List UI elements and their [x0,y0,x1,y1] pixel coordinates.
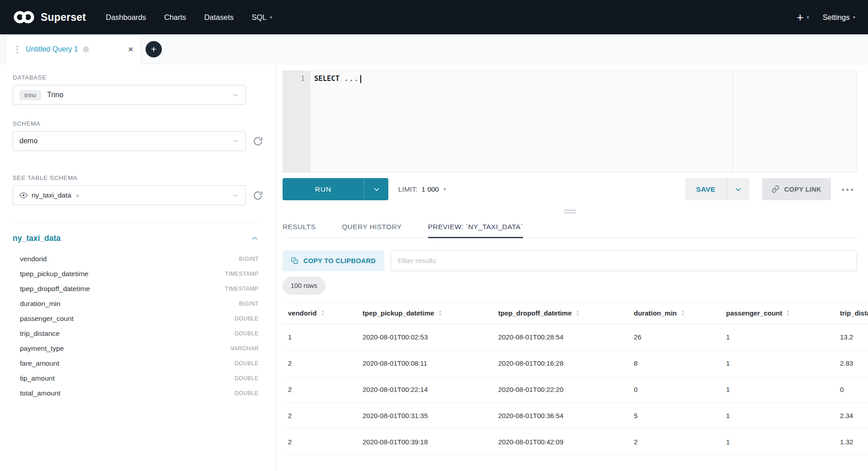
run-options-button[interactable] [364,178,388,200]
table-cell: 1 [721,377,835,403]
schema-column-row[interactable]: total_amountDOUBLE [13,386,259,400]
nav-item-charts[interactable]: Charts [164,13,186,22]
schema-refresh-button[interactable] [253,136,263,146]
result-tab-results[interactable]: RESULTS [283,223,316,238]
more-options-button[interactable]: ⋯ [838,183,857,196]
new-item-button[interactable]: + ▾ [797,11,809,23]
database-label: DATABASE [13,74,276,81]
limit-dropdown[interactable]: LIMIT: 1 000 ▾ [398,185,446,193]
column-name: vendorid [20,255,47,263]
column-type: DOUBLE [235,316,259,322]
schema-select-value: demo [19,137,38,145]
table-select[interactable]: ny_taxi_data × [13,185,246,205]
nav-item-label: Dashboards [106,13,146,22]
schema-column-row[interactable]: tpep_dropoff_datetimeTIMESTAMP [13,281,259,296]
table-cell: 8 [628,350,721,377]
database-select-value: Trino [47,91,63,99]
column-header-tpep_dropoff_datetime[interactable]: tpep_dropoff_datetime▲▼ [493,302,628,324]
column-name: tpep_pickup_datetime [20,270,89,278]
results-table-container[interactable]: vendorid▲▼tpep_pickup_datetime▲▼tpep_dro… [283,302,868,455]
pane-splitter[interactable] [283,200,857,223]
settings-menu[interactable]: Settings ▾ [823,13,855,22]
schema-select[interactable]: demo [13,131,246,151]
column-type: BIGINT [239,256,259,262]
column-header-inner: passenger_count▲▼ [726,309,829,317]
query-state-indicator [83,46,89,52]
schema-column-row[interactable]: tpep_pickup_datetimeTIMESTAMP [13,266,259,281]
table-cell: 2020-08-01T00:28:54 [493,324,628,350]
save-options-button[interactable] [726,178,750,200]
column-header-inner: tpep_pickup_datetime▲▼ [363,309,487,317]
column-type: DOUBLE [235,375,259,382]
editor-gutter: 1 [283,71,311,172]
sort-icon[interactable]: ▲▼ [438,310,442,316]
sql-editor[interactable]: 1 SELECT... [283,71,857,173]
schema-column-row[interactable]: vendoridBIGINT [13,251,259,266]
eye-icon[interactable] [19,191,28,199]
column-header-tpep_pickup_datetime[interactable]: tpep_pickup_datetime▲▼ [357,302,493,324]
table-refresh-button[interactable] [253,190,263,201]
editor-code-area[interactable]: SELECT... [311,71,857,172]
column-type: VARCHAR [231,345,259,352]
table-cell: 1 [721,403,835,429]
sort-down-icon: ▼ [321,313,324,317]
table-cell: 1 [721,350,835,377]
close-tab-icon[interactable]: × [128,45,133,54]
chevron-up-icon[interactable] [251,235,259,242]
sort-icon[interactable]: ▲▼ [786,310,790,316]
add-tab-button[interactable]: + [146,41,162,57]
sort-down-icon: ▼ [438,313,442,317]
table-row: 12020-08-01T00:02:532020-08-01T00:28:542… [283,324,868,350]
schema-column-row[interactable]: duration_minBIGINT [13,296,259,311]
copy-to-clipboard-button[interactable]: COPY TO CLIPBOARD [283,250,384,271]
schema-column-row[interactable]: trip_distanceDOUBLE [13,326,259,341]
filter-results-input[interactable] [391,250,857,271]
navbar-right: + ▾ Settings ▾ [797,11,855,23]
table-cell: 5 [628,403,721,429]
line-number: 1 [301,75,305,83]
table-schema-panel-header[interactable]: ny_taxi_data [13,234,259,243]
nav-item-dashboards[interactable]: Dashboards [106,13,146,22]
copy-link-button[interactable]: COPY LINK [762,178,831,200]
column-type: DOUBLE [235,330,259,337]
schema-column-row[interactable]: passenger_countDOUBLE [13,311,259,326]
column-header-duration_min[interactable]: duration_min▲▼ [628,302,721,324]
nav-item-label: Charts [164,13,186,22]
chevron-down-icon [232,192,239,199]
nav-item-sql[interactable]: SQL▾ [252,13,273,22]
schema-column-row[interactable]: payment_typeVARCHAR [13,341,259,356]
table-name-title: ny_taxi_data [13,234,61,243]
column-name: total_amount [20,389,61,397]
result-tab-query-history[interactable]: QUERY HISTORY [342,223,401,238]
table-cell: 1 [721,324,835,350]
sort-icon[interactable]: ▲▼ [321,310,324,316]
brand[interactable]: Superset [13,10,86,24]
table-cell: 2 [283,350,357,377]
query-tab-label: Untitled Query 1 [26,45,78,53]
save-split-button: SAVE [685,178,750,200]
column-header-vendorid[interactable]: vendorid▲▼ [283,302,357,324]
column-header-passenger_count[interactable]: passenger_count▲▼ [721,302,835,324]
drag-handle-icon[interactable]: ⋮ [13,45,21,53]
table-cell: 1.32 [835,429,868,455]
save-button[interactable]: SAVE [685,178,726,200]
sort-icon[interactable]: ▲▼ [576,310,580,316]
schema-column-row[interactable]: tip_amountDOUBLE [13,371,259,386]
result-tab-preview-ny-taxi-data[interactable]: PREVIEW: `NY_TAXI_DATA` [428,223,523,238]
remove-table-icon[interactable]: × [75,192,80,199]
column-header-label: trip_distance [840,309,868,317]
database-select[interactable]: trino Trino [13,85,246,105]
column-name: trip_distance [20,330,60,338]
chevron-down-icon [232,137,239,145]
table-cell: 2020-08-01T00:39:18 [357,429,493,455]
nav-item-datasets[interactable]: Datasets [204,13,234,22]
query-tab-untitled-query-1[interactable]: ⋮ Untitled Query 1 × [5,34,141,64]
run-button[interactable]: RUN [283,178,364,200]
result-tabs: RESULTSQUERY HISTORYPREVIEW: `NY_TAXI_DA… [283,223,857,238]
schema-column-row[interactable]: fare_amountDOUBLE [13,356,259,371]
column-header-trip_distance[interactable]: trip_distance▲▼ [835,302,868,324]
nav-item-label: Datasets [204,13,234,22]
sql-text: ... [344,75,359,83]
schema-column-list: vendoridBIGINTtpep_pickup_datetimeTIMEST… [13,251,259,400]
sort-icon[interactable]: ▲▼ [681,310,684,316]
